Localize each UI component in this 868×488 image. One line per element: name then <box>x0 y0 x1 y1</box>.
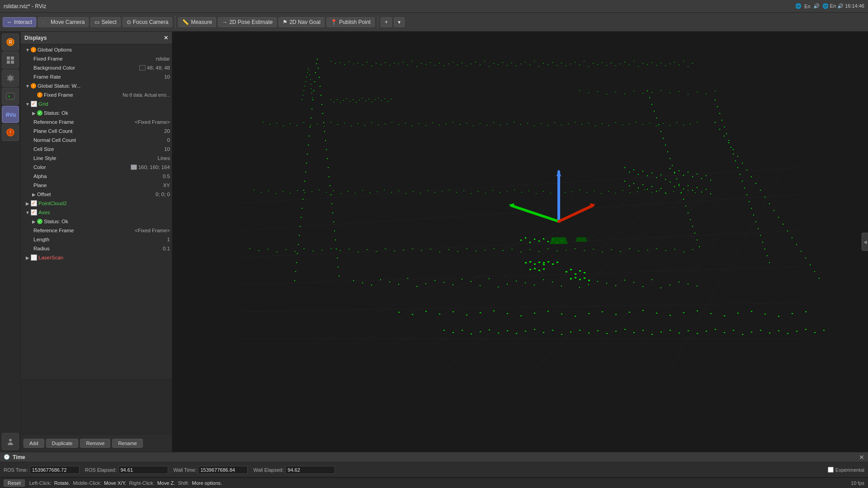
cell-size-row[interactable]: Cell Size 10 <box>21 145 172 154</box>
svg-rect-640 <box>769 333 770 333</box>
svg-rect-629 <box>670 330 671 331</box>
pointcloud2-checkbox[interactable] <box>31 200 37 206</box>
ros-time-input[interactable] <box>30 466 80 474</box>
panels-icon-btn[interactable] <box>2 52 19 69</box>
publish-point-button[interactable]: 📍 Publish Point <box>326 17 375 27</box>
svg-rect-485 <box>715 91 716 91</box>
home-icon-btn[interactable]: R <box>2 33 19 51</box>
axes-ref-frame-row[interactable]: Reference Frame <Fixed Frame> <box>21 226 172 235</box>
global-status-label: Global Status: W... <box>38 83 172 89</box>
global-status-arrow[interactable]: ▼ <box>24 84 31 89</box>
svg-rect-510 <box>538 240 540 242</box>
svg-rect-558 <box>665 192 666 193</box>
grid-color-row[interactable]: Color 160; 160; 164 <box>21 163 172 172</box>
rviz-icon-btn active[interactable]: RViz <box>2 106 19 123</box>
plus-button[interactable]: + <box>381 17 392 27</box>
laserscan-checkbox[interactable] <box>31 254 37 261</box>
svg-rect-210 <box>500 125 501 125</box>
pointcloud2-arrow[interactable]: ▶ <box>24 201 31 206</box>
svg-rect-236 <box>676 122 677 123</box>
grid-row[interactable]: ▼ Grid <box>21 99 172 108</box>
svg-rect-371 <box>690 219 691 220</box>
axes-length-row[interactable]: Length 1 <box>21 235 172 244</box>
grid-status-row[interactable]: ▶ ✓ Status: Ok <box>21 108 172 117</box>
measure-button[interactable]: 📏 Measure <box>178 17 216 27</box>
svg-text:R: R <box>9 40 12 45</box>
svg-rect-637 <box>742 334 743 335</box>
arrow-down-button[interactable]: ▾ <box>394 17 405 27</box>
svg-rect-119 <box>443 66 444 66</box>
time-panel-close[interactable]: ✕ <box>859 454 864 461</box>
focus-camera-button[interactable]: ⊙ Focus Camera <box>123 17 173 27</box>
normal-cell-count-row[interactable]: Normal Cell Count 0 <box>21 136 172 145</box>
rename-button[interactable]: Rename <box>112 439 143 448</box>
global-status-row[interactable]: ▼ ! Global Status: W... <box>21 81 172 90</box>
svg-rect-173 <box>688 66 689 67</box>
axes-arrow[interactable]: ▼ <box>24 210 31 215</box>
global-options-arrow[interactable]: ▼ <box>24 47 31 52</box>
move-camera-button[interactable]: 🎥 Move Camera <box>38 17 89 27</box>
collapse-handle[interactable]: ◀ <box>862 233 868 251</box>
plane-row[interactable]: Plane XY <box>21 181 172 190</box>
fixed-frame-row[interactable]: Fixed Frame rslidar <box>21 54 172 63</box>
axes-radius-row[interactable]: Radius 0.1 <box>21 244 172 253</box>
alpha-row[interactable]: Alpha 0.5 <box>21 172 172 181</box>
svg-rect-498 <box>368 99 369 99</box>
svg-rect-86 <box>336 249 337 249</box>
grid-checkbox[interactable] <box>31 101 37 107</box>
add-button[interactable]: Add <box>24 439 44 448</box>
terminal-icon-btn[interactable]: >_ <box>2 88 19 105</box>
global-options-row[interactable]: ▼ ! Global Options <box>21 45 172 54</box>
svg-rect-599 <box>760 235 761 236</box>
duplicate-button[interactable]: Duplicate <box>46 439 79 448</box>
user-icon-btn[interactable] <box>2 433 19 450</box>
plane-cell-count-row[interactable]: Plane Cell Count 20 <box>21 127 172 136</box>
frame-rate-row[interactable]: Frame Rate 10 <box>21 72 172 81</box>
axes-checkbox[interactable] <box>31 209 37 216</box>
svg-rect-202 <box>446 124 447 124</box>
2d-pose-button[interactable]: → 2D Pose Estimate <box>218 17 277 27</box>
svg-rect-419 <box>525 282 526 283</box>
experimental-checkbox[interactable] <box>828 467 834 473</box>
scene-svg <box>172 32 868 452</box>
wall-elapsed-input[interactable] <box>285 466 335 474</box>
svg-rect-263 <box>420 193 421 193</box>
svg-rect-391 <box>783 224 783 225</box>
left-icon-bar: R >_ RViz ! <box>0 32 21 452</box>
pointcloud2-label: PointCloud2 <box>38 201 172 206</box>
svg-rect-81 <box>300 226 301 227</box>
select-button[interactable]: ▭ Select <box>90 17 120 27</box>
laserscan-arrow[interactable]: ▶ <box>24 255 31 260</box>
offset-row[interactable]: ▶ Offset 0; 0; 0 <box>21 190 172 199</box>
svg-rect-74 <box>330 194 331 195</box>
pointcloud2-row[interactable]: ▶ PointCloud2 <box>21 199 172 208</box>
svg-rect-195 <box>398 124 399 125</box>
fixed-frame-status-row[interactable]: ▶ ! Fixed Frame No tf data. Actual erro.… <box>21 90 172 99</box>
svg-rect-544 <box>647 175 648 176</box>
axes-row[interactable]: ▼ Axes <box>21 208 172 217</box>
background-color-row[interactable]: Background Color 48; 48; 48 <box>21 63 172 72</box>
2d-nav-button[interactable]: ⚑ 2D Nav Goal <box>278 17 325 27</box>
svg-rect-130 <box>493 63 494 64</box>
axes-status-row[interactable]: ▶ ✓ Status: Ok <box>21 217 172 226</box>
svg-rect-462 <box>710 313 712 314</box>
offset-arrow[interactable]: ▶ <box>31 192 37 197</box>
grid-arrow[interactable]: ▼ <box>24 102 31 107</box>
reset-button[interactable]: Reset <box>4 479 25 487</box>
svg-rect-287 <box>594 191 594 191</box>
update-icon-btn[interactable]: ! <box>2 124 19 141</box>
svg-rect-177 <box>276 123 277 123</box>
ros-elapsed-input[interactable] <box>118 466 168 474</box>
remove-button[interactable]: Remove <box>80 439 110 448</box>
displays-close-button[interactable]: ✕ <box>164 35 168 41</box>
ref-frame-row[interactable]: Reference Frame <Fixed Frame> <box>21 117 172 127</box>
line-style-row[interactable]: Line Style Lines <box>21 154 172 163</box>
settings-icon-btn[interactable] <box>2 70 19 87</box>
svg-rect-533 <box>584 272 585 273</box>
3d-viewport[interactable]: ◀ <box>172 32 868 452</box>
svg-rect-535 <box>575 277 576 278</box>
svg-rect-563 <box>688 172 689 173</box>
interact-button[interactable]: ↔ Interact <box>3 17 36 27</box>
wall-time-input[interactable] <box>198 466 248 474</box>
laserscan-row[interactable]: ▶ LaserScan <box>21 253 172 262</box>
